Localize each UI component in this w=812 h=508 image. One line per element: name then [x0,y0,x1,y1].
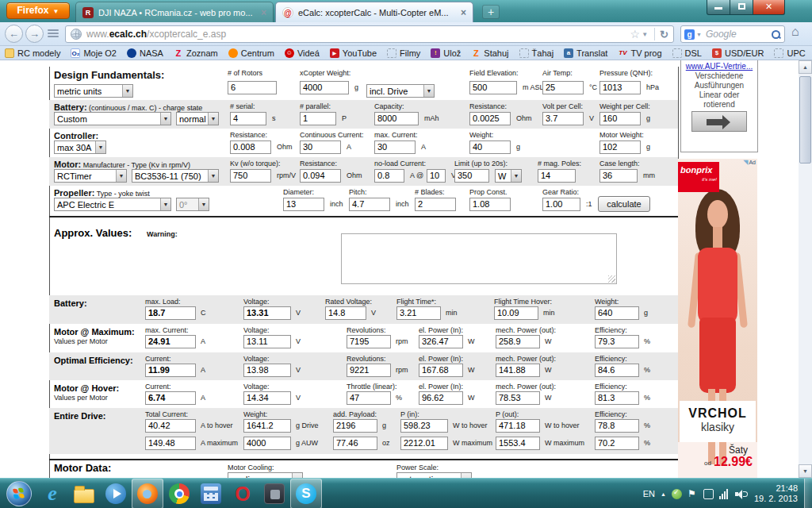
result-value[interactable]: 2196 [333,419,377,433]
field-input[interactable]: 3.7 [542,112,584,125]
sidebar-arrow-button[interactable] [691,111,747,132]
tab-close-icon[interactable]: × [461,7,466,18]
bookmark-star-icon[interactable]: ☆ [630,28,641,40]
result-value[interactable]: 40.42 [145,419,196,433]
field-input[interactable]: 40 [469,140,511,154]
search-placeholder[interactable]: Google [706,29,771,40]
bonprix-ad[interactable]: Ad bonprix it's me! VRCHOL klasiky Šaty [678,159,757,478]
back-button[interactable]: ← [5,25,23,43]
search-bar[interactable]: g ▼ Google [680,25,785,43]
result-value[interactable]: 47 [347,391,391,405]
page-scrollbar[interactable]: ▲ ▼ [799,60,812,478]
firefox-menu-button[interactable]: Firefox▼ [6,2,70,19]
field-input[interactable]: 8000 [374,112,419,125]
maximize-button[interactable] [730,0,753,15]
url-dropdown-icon[interactable]: ▼ [642,31,648,38]
warning-textarea[interactable] [341,233,617,284]
field-input[interactable]: 1 [300,112,336,125]
field-input[interactable]: 1.08 [469,198,511,211]
home-icon[interactable]: ⌂ [791,25,799,39]
volume-icon[interactable] [735,489,745,499]
result-value[interactable]: 11.99 [145,364,196,377]
field-input[interactable]: 350 [454,169,489,183]
result-value[interactable]: 13.98 [243,364,291,377]
result-value[interactable]: 3.21 [396,306,441,320]
result-value[interactable]: 598.23 [400,419,448,433]
minimize-button[interactable] [707,0,730,15]
antivirus-tray-icon[interactable] [672,489,682,499]
result-value[interactable]: 640 [595,306,639,320]
result-value[interactable]: 1553.4 [496,437,540,450]
calculator-taskbar-button[interactable] [195,479,227,508]
field-input[interactable]: 30 [300,140,341,154]
browser-tab[interactable]: RDJI NAZA • RCmania.cz - web pro mo...× [75,2,274,22]
result-value[interactable]: 78.53 [496,391,540,405]
result-value[interactable]: 2212.01 [400,437,448,450]
field-select[interactable]: normal▼ [176,112,219,125]
result-value[interactable]: 24.91 [145,335,196,348]
field-input[interactable]: 750 [230,169,271,183]
result-value[interactable]: 4000 [243,437,291,450]
bookmark-item[interactable]: aTranslat [564,48,607,58]
opera-taskbar-button[interactable]: O [227,479,259,508]
bookmark-item[interactable]: NASA [127,48,163,58]
action-center-flag-icon[interactable]: ⚑ [688,489,698,499]
bookmark-item[interactable]: !Ulož [431,48,461,58]
result-value[interactable]: 77.46 [333,437,377,450]
field-input[interactable]: 4 [230,112,266,125]
field-input[interactable]: 25 [542,81,584,94]
reload-icon[interactable]: ↻ [660,29,668,40]
result-value[interactable]: 258.9 [496,335,540,348]
field-input[interactable]: 13 [283,198,324,211]
result-value[interactable]: 1641.2 [243,419,291,433]
skype-taskbar-button[interactable]: S [290,479,322,508]
bookmark-item[interactable]: $USD/EUR [712,48,764,58]
bookmark-item[interactable]: UPC [774,48,805,58]
result-value[interactable]: 9221 [347,364,391,377]
calculate-button[interactable]: calculate [598,196,650,212]
bookmark-item[interactable]: TVTV prog [618,48,661,58]
chrome-taskbar-button[interactable] [163,479,195,508]
field-input[interactable]: 102 [599,140,641,154]
bookmark-item[interactable]: Ťahaj [519,48,554,58]
result-value[interactable]: 79.3 [595,335,639,348]
result-value[interactable]: 167.68 [419,364,463,377]
clock[interactable]: 21:48 19. 2. 2013 [754,483,798,504]
new-tab-button[interactable]: + [482,5,500,19]
field-input[interactable]: 0.094 [300,169,341,183]
result-value[interactable]: 471.18 [496,419,540,433]
field-input[interactable]: 36 [599,169,638,183]
bookmark-item[interactable]: DSL [672,48,702,58]
search-engine-dropdown-icon[interactable]: ▼ [696,32,702,37]
bookmark-item[interactable]: ▶YouTube [330,48,377,58]
field-input[interactable]: 4000 [300,81,349,94]
field-input[interactable]: 30 [374,140,416,154]
field-input[interactable]: 160 [599,112,641,125]
result-value[interactable]: 7195 [347,335,391,348]
adchoices-icon[interactable]: Ad [743,159,756,166]
field-select[interactable]: automatic▼ [396,472,472,478]
search-engine-icon[interactable]: g [684,29,695,40]
field-input[interactable]: 6 [228,81,277,94]
result-value[interactable]: 18.7 [145,306,196,320]
bookmark-item[interactable]: O₂Moje O2 [71,48,117,58]
field-select[interactable]: Custom▼ [54,112,171,125]
search-icon[interactable] [771,29,781,40]
forward-button[interactable]: → [25,25,44,43]
firefox-taskbar-button[interactable] [132,479,163,508]
show-desktop-button[interactable] [804,479,812,508]
result-value[interactable]: 14.34 [243,391,291,405]
result-value[interactable]: 6.74 [145,391,196,405]
field-select[interactable]: APC Electric E▼ [54,198,171,211]
field-select[interactable]: W▼ [495,169,522,183]
result-value[interactable]: 13.11 [243,335,291,348]
field-select[interactable]: medium▼ [228,472,303,478]
field-input[interactable]: 0.008 [230,140,271,154]
auf-vertrieb-link[interactable]: www.AUF-Vertrie... [681,62,757,71]
windows-explorer-taskbar-button[interactable] [68,479,100,508]
tab-groups-icon[interactable] [48,29,59,39]
result-value[interactable]: 78.8 [595,419,639,433]
field-select[interactable]: 0°▼ [176,198,209,211]
internet-explorer-taskbar-button[interactable]: e [36,479,68,508]
scroll-down-icon[interactable]: ▼ [799,464,812,478]
